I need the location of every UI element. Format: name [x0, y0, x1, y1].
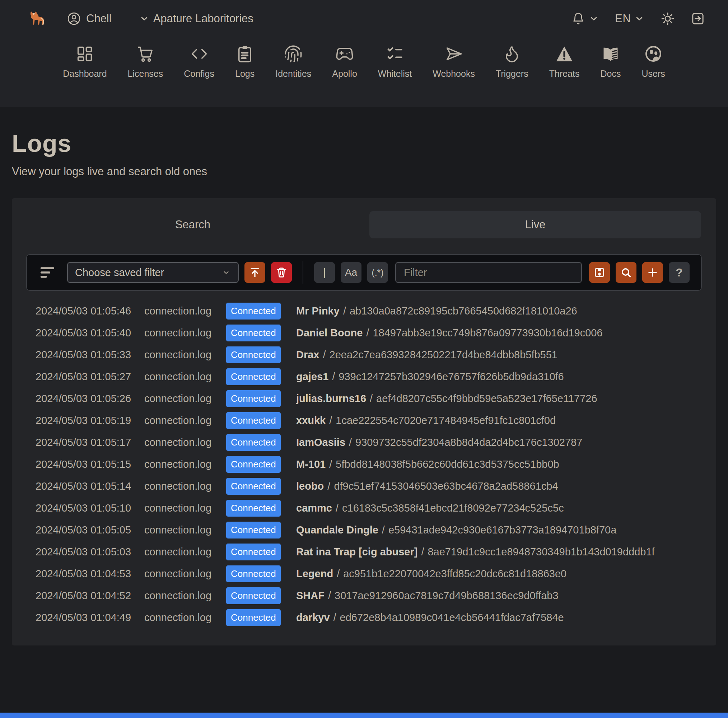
log-hash: ab130a0a872c89195cb7665450d682f181010a26	[350, 305, 577, 317]
nav-item-licenses[interactable]: Licenses	[128, 44, 163, 79]
status-badge: Connected	[226, 303, 281, 320]
log-hash: df9c51ef74153046503e63bc4678a2ad58861cb4	[334, 480, 558, 492]
delete-filter-button[interactable]	[271, 262, 292, 283]
save-filter-button[interactable]	[589, 262, 610, 283]
language-selector[interactable]: EN	[615, 12, 645, 25]
whole-word-toggle[interactable]: |	[314, 262, 335, 283]
nav-item-threats[interactable]: Threats	[549, 44, 580, 79]
log-user-name: Daniel Boone	[296, 327, 362, 338]
log-user-name: darkyv	[296, 612, 330, 623]
toolbar-divider	[303, 261, 303, 283]
nav-item-triggers[interactable]: Triggers	[496, 44, 528, 79]
status-badge: Connected	[226, 500, 281, 517]
logout-button[interactable]	[691, 11, 705, 26]
fox-logo[interactable]	[26, 9, 47, 29]
nav-item-dashboard[interactable]: Dashboard	[63, 44, 107, 79]
nav-label: Docs	[600, 69, 621, 79]
regex-toggle[interactable]: (.*)	[367, 262, 388, 283]
header-actions: EN	[571, 11, 705, 26]
log-timestamp: 2024/05/03 01:04:52	[35, 590, 144, 602]
search-button[interactable]	[616, 262, 636, 283]
upload-icon	[249, 266, 261, 279]
filter-input[interactable]	[395, 262, 582, 283]
log-timestamp: 2024/05/03 01:05:15	[35, 458, 144, 470]
log-separator: /	[332, 371, 335, 382]
bell-icon	[571, 11, 586, 26]
page-content: Logs View your logs live and search old …	[0, 129, 728, 646]
nav-label: Logs	[235, 69, 254, 79]
log-message: Rat ina Trap [cig abuser]/8ae719d1c9cc1e…	[296, 546, 655, 558]
tab-search[interactable]: Search	[27, 211, 359, 238]
log-user-name: Mr Pinky	[296, 305, 340, 317]
log-status-cell: Connected	[226, 303, 296, 320]
log-status-cell: Connected	[226, 434, 296, 451]
nav-label: Webhooks	[433, 69, 475, 79]
sort-lines-icon[interactable]	[38, 263, 57, 282]
log-row: 2024/05/03 01:05:26 connection.log Conne…	[35, 388, 716, 410]
log-message: julias.burns16/aef4d8207c55c4f9bbd59e5a5…	[296, 393, 597, 404]
nav-item-whitelist[interactable]: Whitelist	[378, 44, 412, 79]
org-selector[interactable]: Apature Laboritories	[139, 12, 254, 25]
log-separator: /	[370, 393, 373, 404]
nav-item-webhooks[interactable]: Webhooks	[433, 44, 475, 79]
tab-live[interactable]: Live	[369, 211, 701, 238]
log-status-cell: Connected	[226, 609, 296, 626]
log-file: connection.log	[144, 480, 226, 492]
nav-label: Users	[641, 69, 665, 79]
log-row: 2024/05/03 01:05:05 connection.log Conne…	[35, 519, 716, 541]
nav-label: Configs	[184, 69, 214, 79]
bottom-bar	[0, 713, 728, 718]
theme-toggle-button[interactable]	[661, 11, 675, 26]
nav-item-identities[interactable]: Identities	[275, 44, 311, 79]
status-badge: Connected	[226, 587, 281, 604]
search-icon	[620, 266, 632, 279]
org-name: Apature Laboritories	[153, 12, 254, 25]
log-hash: 5fbdd8148038f5b662c60dd61c3d5375cc51bb0b	[336, 458, 559, 470]
add-filter-button[interactable]	[642, 262, 663, 283]
log-file: connection.log	[144, 524, 226, 536]
log-hash: 3017ae912960ac7819c7d49b688136ec9d0ffab3	[335, 590, 558, 601]
status-badge: Connected	[226, 412, 281, 429]
match-case-toggle[interactable]: Aa	[341, 262, 361, 283]
nav-item-docs[interactable]: Docs	[600, 44, 621, 79]
log-timestamp: 2024/05/03 01:05:46	[35, 305, 144, 317]
import-filter-button[interactable]	[245, 262, 265, 283]
log-file: connection.log	[144, 327, 226, 339]
user-menu[interactable]: Chell	[67, 11, 112, 26]
log-message: Mr Pinky/ab130a0a872c89195cb7665450d682f…	[296, 305, 577, 317]
nav-item-users[interactable]: Users	[641, 44, 665, 79]
help-button[interactable]: ?	[669, 262, 690, 283]
user-name: Chell	[86, 12, 112, 25]
logs-panel: Search Live Choose saved filter	[12, 198, 716, 646]
log-user-name: xxukk	[296, 415, 326, 426]
notifications-button[interactable]	[571, 11, 599, 26]
logout-icon	[691, 11, 705, 26]
nav-item-apollo[interactable]: Apollo	[332, 44, 357, 79]
saved-filter-select[interactable]: Choose saved filter	[67, 262, 239, 283]
code-icon	[190, 44, 208, 63]
nav-label: Whitelist	[378, 69, 412, 79]
log-separator: /	[327, 480, 330, 492]
log-separator: /	[329, 415, 332, 426]
log-user-name: Rat ina Trap [cig abuser]	[296, 546, 418, 557]
language-label: EN	[615, 12, 631, 25]
log-separator: /	[421, 546, 424, 557]
log-hash: 2eea2c7ea63932842502217d4be84dbb8b5fb551	[330, 349, 557, 360]
log-message: darkyv/ed672e8b4a10989c041e4cb56441fdac7…	[296, 612, 564, 623]
log-file: connection.log	[144, 568, 226, 580]
nav-item-logs[interactable]: Logs	[235, 44, 254, 79]
log-user-name: M-101	[296, 458, 326, 470]
log-status-cell: Connected	[226, 543, 296, 560]
log-row: 2024/05/03 01:04:49 connection.log Conne…	[35, 607, 716, 629]
log-row: 2024/05/03 01:05:27 connection.log Conne…	[35, 366, 716, 388]
log-message: Daniel Boone/18497abb3e19cc749b876a09773…	[296, 327, 603, 339]
log-hash: 8ae719d1c9cc1e8948730349b1b143d019dddb1f	[428, 546, 655, 557]
cart-icon	[136, 44, 155, 63]
log-user-name: IamOasiis	[296, 436, 345, 448]
avatar-icon	[67, 11, 81, 26]
log-separator: /	[329, 458, 332, 470]
log-status-cell: Connected	[226, 522, 296, 539]
nav-item-configs[interactable]: Configs	[184, 44, 214, 79]
log-hash: e59431ade942c930e6167b3773a1894701b8f70a	[388, 524, 616, 536]
main-nav: Dashboard Licenses Configs Logs	[23, 44, 705, 79]
